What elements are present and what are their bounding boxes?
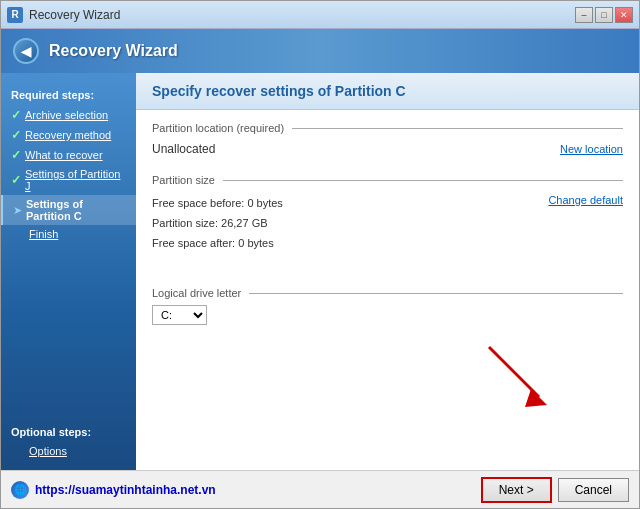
sidebar-label-archive: Archive selection: [25, 109, 108, 121]
section-divider-1: [292, 128, 623, 129]
sidebar-label-finish: Finish: [29, 228, 58, 240]
new-location-link[interactable]: New location: [560, 143, 623, 155]
partition-location-section: Partition location (required) Unallocate…: [152, 122, 623, 158]
drive-letter-select[interactable]: C: D: E: F:: [152, 305, 207, 325]
sidebar-label-recovery: Recovery method: [25, 129, 111, 141]
title-bar: R Recovery Wizard – □ ✕: [1, 1, 639, 29]
panel-title: Specify recover settings of Partition C: [136, 73, 639, 110]
sidebar-item-settings-c[interactable]: ➤ Settings of Partition C: [1, 195, 136, 225]
sidebar-label-what: What to recover: [25, 149, 103, 161]
next-button[interactable]: Next >: [481, 477, 552, 503]
restore-button[interactable]: □: [595, 7, 613, 23]
minimize-button[interactable]: –: [575, 7, 593, 23]
sidebar-item-archive-selection[interactable]: ✓ Archive selection: [1, 105, 136, 125]
content-area: Required steps: ✓ Archive selection ✓ Re…: [1, 73, 639, 470]
partition-size-header: Partition size: [152, 174, 623, 186]
cancel-button[interactable]: Cancel: [558, 478, 629, 502]
red-arrow: [469, 337, 559, 420]
change-default-link[interactable]: Change default: [548, 194, 623, 206]
svg-marker-1: [525, 389, 547, 407]
panel-content: Partition location (required) Unallocate…: [136, 110, 639, 470]
check-icon-2: ✓: [11, 128, 21, 142]
back-button[interactable]: ◀: [13, 38, 39, 64]
optional-steps-label: Optional steps:: [1, 420, 136, 442]
sidebar-item-what-to-recover[interactable]: ✓ What to recover: [1, 145, 136, 165]
arrow-icon: ➤: [13, 204, 22, 217]
partition-location-label: Partition location (required): [152, 122, 284, 134]
sidebar-label-options: Options: [29, 445, 67, 457]
logical-drive-section: Logical drive letter C: D: E: F:: [152, 287, 623, 325]
bottom-bar: 🌐 https://suamaytinhtainha.net.vn Next >…: [1, 470, 639, 508]
section-divider-3: [249, 293, 623, 294]
sidebar-spacer: [1, 243, 136, 420]
sidebar: Required steps: ✓ Archive selection ✓ Re…: [1, 73, 136, 470]
partition-size-row: Free space before: 0 bytes Partition siz…: [152, 192, 623, 255]
size-info-block: Free space before: 0 bytes Partition siz…: [152, 194, 283, 253]
partition-location-row: Unallocated New location: [152, 140, 623, 158]
bottom-right: Next > Cancel: [481, 477, 629, 503]
free-space-before: Free space before: 0 bytes: [152, 194, 283, 214]
partition-location-header: Partition location (required): [152, 122, 623, 134]
svg-line-0: [489, 347, 539, 397]
sidebar-item-finish[interactable]: Finish: [1, 225, 136, 243]
window-title: Recovery Wizard: [29, 8, 120, 22]
bottom-left: 🌐 https://suamaytinhtainha.net.vn: [11, 481, 216, 499]
check-icon-3: ✓: [11, 148, 21, 162]
partition-size-value: Partition size: 26,27 GB: [152, 214, 283, 234]
section-divider-2: [223, 180, 623, 181]
header-bar: ◀ Recovery Wizard: [1, 29, 639, 73]
main-window: R Recovery Wizard – □ ✕ ◀ Recovery Wizar…: [0, 0, 640, 509]
main-panel: Specify recover settings of Partition C …: [136, 73, 639, 470]
required-steps-label: Required steps:: [1, 83, 136, 105]
drive-select-row: C: D: E: F:: [152, 305, 623, 325]
window-controls: – □ ✕: [575, 7, 633, 23]
free-space-after: Free space after: 0 bytes: [152, 234, 283, 254]
partition-size-section: Partition size Free space before: 0 byte…: [152, 174, 623, 255]
sidebar-item-options[interactable]: Options: [1, 442, 136, 460]
partition-size-label: Partition size: [152, 174, 215, 186]
sidebar-item-recovery-method[interactable]: ✓ Recovery method: [1, 125, 136, 145]
app-icon: R: [7, 7, 23, 23]
website-link[interactable]: https://suamaytinhtainha.net.vn: [35, 483, 216, 497]
logical-drive-header: Logical drive letter: [152, 287, 623, 299]
check-icon-4: ✓: [11, 173, 21, 187]
logical-drive-label: Logical drive letter: [152, 287, 241, 299]
sidebar-item-settings-j[interactable]: ✓ Settings of Partition J: [1, 165, 136, 195]
header-title: Recovery Wizard: [49, 42, 178, 60]
sidebar-label-settings-c: Settings of Partition C: [26, 198, 126, 222]
title-bar-left: R Recovery Wizard: [7, 7, 120, 23]
close-button[interactable]: ✕: [615, 7, 633, 23]
window-body: ◀ Recovery Wizard Required steps: ✓ Arch…: [1, 29, 639, 508]
sidebar-label-settings-j: Settings of Partition J: [25, 168, 126, 192]
globe-icon: 🌐: [11, 481, 29, 499]
check-icon-1: ✓: [11, 108, 21, 122]
partition-location-value: Unallocated: [152, 142, 215, 156]
